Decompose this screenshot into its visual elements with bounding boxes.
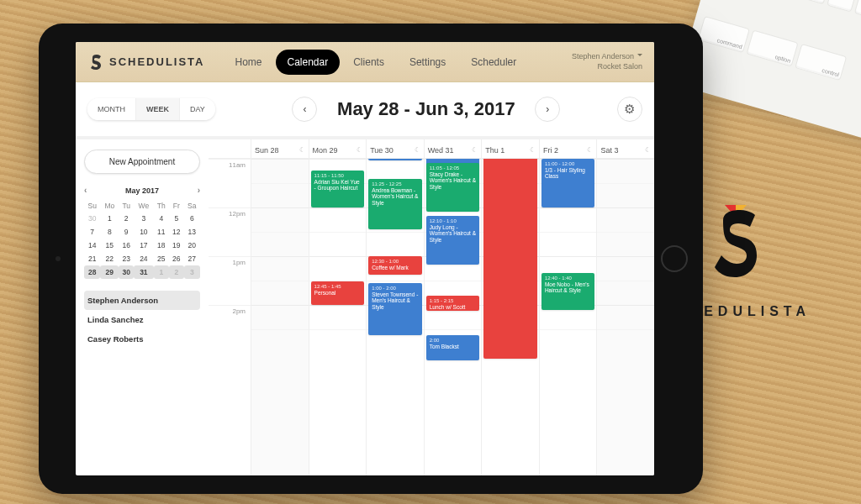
time-grid[interactable]: 11am12pm1pm2pm 11:15 - 11:50Adrian Siu K… xyxy=(209,159,654,475)
day-column[interactable]: Rachel Roth - Women's Haircut & Style11:… xyxy=(424,159,482,475)
mini-day[interactable]: 18 xyxy=(154,239,169,252)
mini-day[interactable]: 2 xyxy=(119,212,134,225)
mini-dow: Su xyxy=(84,200,100,212)
mode-month-button[interactable]: MONTH xyxy=(87,98,135,120)
mini-calendar-grid[interactable]: SuMoTuWeThFrSa30123456789101112131415161… xyxy=(84,200,200,279)
mode-week-button[interactable]: WEEK xyxy=(135,98,179,120)
mini-day[interactable]: 13 xyxy=(184,225,200,239)
home-button[interactable] xyxy=(661,245,688,272)
nav-settings[interactable]: Settings xyxy=(398,50,457,75)
mini-day[interactable]: 4 xyxy=(154,212,169,225)
mini-day[interactable]: 24 xyxy=(134,252,153,265)
new-appointment-button[interactable]: New Appointment xyxy=(84,150,200,174)
day-header: Sun 28☾ xyxy=(251,139,309,158)
mini-day[interactable]: 7 xyxy=(84,225,100,239)
mini-day[interactable]: 2 xyxy=(169,265,184,279)
mini-day[interactable]: 23 xyxy=(119,252,134,265)
mini-day[interactable]: 3 xyxy=(184,265,200,279)
appointment[interactable]: 2:00Tom Blackst xyxy=(426,335,480,360)
mini-day[interactable]: 30 xyxy=(84,212,100,225)
appointment[interactable]: 11:05 - 12:05Stacy Drake - Women's Hairc… xyxy=(426,163,480,212)
mini-day[interactable]: 3 xyxy=(134,212,153,225)
mini-day[interactable]: 8 xyxy=(100,225,119,239)
mini-day[interactable]: 30 xyxy=(119,265,134,279)
mini-day[interactable]: 1 xyxy=(100,212,119,225)
day-header: Thu 1☾ xyxy=(481,139,539,158)
mini-day[interactable]: 1 xyxy=(154,265,169,279)
mini-day[interactable]: 17 xyxy=(134,239,153,252)
settings-button[interactable]: ⚙ xyxy=(617,97,642,122)
day-column[interactable] xyxy=(596,159,654,475)
mini-next-button[interactable]: › xyxy=(198,186,200,195)
day-header: Wed 31☾ xyxy=(424,139,482,158)
day-column[interactable]: 11:15 - 11:50Adrian Siu Kei Yue - Groupo… xyxy=(309,159,367,475)
app-header: SCHEDULISTA HomeCalendarClientsSettingsS… xyxy=(76,42,654,82)
mini-day[interactable]: 11 xyxy=(154,225,169,239)
day-header: Tue 30☾ xyxy=(366,139,424,158)
user-name: Stephen Anderson xyxy=(572,52,634,60)
prev-button[interactable]: ‹ xyxy=(292,97,317,122)
mini-day[interactable]: 22 xyxy=(100,252,119,265)
sidebar: New Appointment ‹ May 2017 › SuMoTuWeThF… xyxy=(76,139,209,475)
time-label: 1pm xyxy=(209,256,251,305)
appointment[interactable]: Rachel Meyers - Bangs xyxy=(368,159,422,160)
appointment[interactable]: 11:00 - 12:001/3 - Hair Styling Class xyxy=(541,159,595,207)
staff-item[interactable]: Stephen Anderson xyxy=(84,291,200,310)
appointment[interactable]: 11:15 - 11:50Adrian Siu Kei Yue - Groupo… xyxy=(311,171,365,207)
app-screen: SCHEDULISTA HomeCalendarClientsSettingsS… xyxy=(76,42,654,475)
mini-day[interactable]: 12 xyxy=(169,225,184,239)
day-column[interactable]: 11:00 - 12:001/3 - Hair Styling Class12:… xyxy=(539,159,597,475)
mini-day[interactable]: 28 xyxy=(84,265,100,279)
kb-key xyxy=(827,0,858,13)
day-column[interactable]: 10:25 - 6:25Vacation Day xyxy=(481,159,539,475)
view-mode-segment: MONTHWEEKDAY xyxy=(87,98,215,120)
appointment[interactable]: 1:00 - 2:00Steven Townsend - Men's Hairc… xyxy=(368,283,422,335)
mode-day-button[interactable]: DAY xyxy=(179,98,215,120)
user-menu[interactable]: Stephen Anderson Rocket Salon xyxy=(572,52,642,71)
mini-day[interactable]: 31 xyxy=(134,265,153,279)
mini-day[interactable]: 19 xyxy=(169,239,184,252)
day-header: Mon 29☾ xyxy=(309,139,367,158)
nav-calendar[interactable]: Calendar xyxy=(276,50,341,75)
mini-day[interactable]: 27 xyxy=(184,252,200,265)
day-header: Fri 2☾ xyxy=(539,139,597,158)
mini-prev-button[interactable]: ‹ xyxy=(84,186,87,195)
mini-day[interactable]: 29 xyxy=(100,265,119,279)
staff-item[interactable]: Casey Roberts xyxy=(84,329,200,349)
gear-icon: ⚙ xyxy=(624,102,635,117)
mini-day[interactable]: 6 xyxy=(184,212,200,225)
nav-home[interactable]: Home xyxy=(223,50,273,75)
mini-day[interactable]: 16 xyxy=(119,239,134,252)
logo-icon xyxy=(706,202,765,294)
next-button[interactable]: › xyxy=(535,97,560,122)
week-view: Sun 28☾Mon 29☾Tue 30☾Wed 31☾Thu 1☾Fri 2☾… xyxy=(209,139,654,475)
staff-list: Stephen AndersonLinda SanchezCasey Rober… xyxy=(84,291,200,349)
mini-day[interactable]: 5 xyxy=(169,212,184,225)
time-labels: 11am12pm1pm2pm xyxy=(209,159,251,475)
keyboard-prop: command option control xyxy=(676,0,861,144)
day-header: Sat 3☾ xyxy=(596,139,654,158)
appointment[interactable]: 1:15 - 2:15Lunch w/ Scott xyxy=(426,296,480,311)
mini-day[interactable]: 9 xyxy=(119,225,134,239)
time-label: 11am xyxy=(209,159,251,207)
appointment[interactable]: 12:40 - 1:40Moe Nobo - Men's Haircut & S… xyxy=(541,273,595,310)
appointment[interactable]: 12:10 - 1:10Judy Long - Women's Haircut … xyxy=(426,216,480,265)
mini-day[interactable]: 10 xyxy=(134,225,153,239)
day-column[interactable] xyxy=(251,159,309,475)
mini-day[interactable]: 21 xyxy=(84,252,100,265)
mini-day[interactable]: 26 xyxy=(169,252,184,265)
appointment[interactable]: 11:25 - 12:25Andrea Bowman - Women's Hai… xyxy=(368,179,422,229)
mini-day[interactable]: 15 xyxy=(100,239,119,252)
appointment[interactable]: 10:25 - 6:25Vacation Day xyxy=(483,159,537,359)
mini-dow: Th xyxy=(154,200,169,212)
mini-day[interactable]: 14 xyxy=(84,239,100,252)
nav-scheduler[interactable]: Scheduler xyxy=(459,50,528,75)
calendar-toolbar: MONTHWEEKDAY ‹ May 28 - Jun 3, 2017 › ⚙ xyxy=(76,82,654,139)
staff-item[interactable]: Linda Sanchez xyxy=(84,310,200,329)
appointment[interactable]: 12:30 - 1:00Coffee w/ Mark xyxy=(368,256,422,275)
nav-clients[interactable]: Clients xyxy=(341,50,396,75)
mini-day[interactable]: 25 xyxy=(154,252,169,265)
day-column[interactable]: Rachel Meyers - Bangs11:25 - 12:25Andrea… xyxy=(366,159,424,475)
appointment[interactable]: 12:45 - 1:45Personal xyxy=(311,281,365,305)
mini-day[interactable]: 20 xyxy=(184,239,200,252)
